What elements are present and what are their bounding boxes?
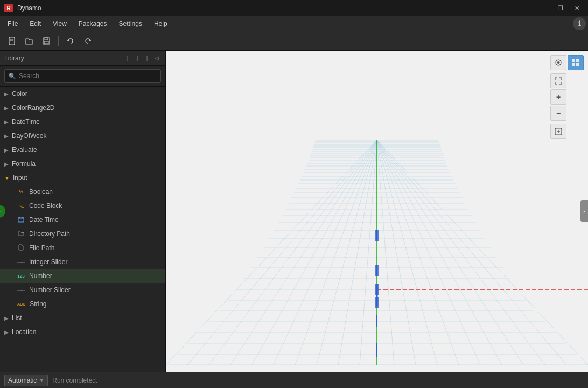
- string-label: String: [30, 300, 46, 308]
- number-icon: 123: [17, 274, 25, 279]
- canvas-toolbar: + −: [550, 55, 584, 139]
- file-path-label: File Path: [29, 244, 54, 252]
- sidebar-sep2[interactable]: |: [133, 54, 142, 63]
- zoom-out-button[interactable]: −: [550, 106, 566, 121]
- sidebar-item-list[interactable]: ▶ List: [0, 311, 165, 325]
- sidebar-item-code-block[interactable]: ⌥ Code Block: [0, 199, 165, 213]
- svg-rect-86: [572, 63, 575, 66]
- number-slider-label: Number Slider: [29, 286, 71, 294]
- directory-path-icon: [17, 230, 25, 238]
- zoom-in-icon: +: [556, 93, 561, 101]
- open-button[interactable]: [22, 34, 37, 48]
- status-bar: Automatic ▼ Run completed.: [0, 372, 588, 388]
- save-button[interactable]: [39, 34, 54, 48]
- library-tree: ▶ Color ▶ ColorRange2D ▶ DateTime ▶ DayO…: [0, 87, 165, 372]
- sidebar-item-directory-path[interactable]: Directory Path: [0, 227, 165, 241]
- right-panel-toggle[interactable]: ›: [580, 200, 588, 222]
- sidebar-item-string[interactable]: ABC String: [0, 297, 165, 311]
- list-arrow: ▶: [4, 315, 9, 321]
- run-mode-dropdown[interactable]: Automatic ▼: [4, 375, 48, 386]
- svg-rect-5: [44, 41, 48, 44]
- sidebar-controls: | | | ◁: [123, 54, 161, 63]
- list-label: List: [12, 314, 22, 322]
- sidebar-item-boolean[interactable]: ½ Boolean: [0, 185, 165, 199]
- svg-rect-9: [22, 217, 23, 218]
- formula-arrow: ▶: [4, 161, 9, 167]
- input-arrow: ▼: [4, 175, 10, 181]
- datetime-label: DateTime: [12, 118, 40, 126]
- menu-packages[interactable]: Packages: [73, 18, 113, 30]
- canvas-extra-buttons: [550, 124, 584, 139]
- grid-view-button[interactable]: [568, 55, 584, 70]
- extra-view-button[interactable]: [550, 124, 566, 139]
- zoom-out-icon: −: [556, 109, 561, 117]
- sidebar-item-date-time[interactable]: Date Time: [0, 213, 165, 227]
- close-button[interactable]: ✕: [570, 3, 584, 13]
- sidebar-item-integer-slider[interactable]: —— Integer Slider: [0, 255, 165, 269]
- boolean-label: Boolean: [29, 188, 53, 196]
- search-container: 🔍: [0, 66, 165, 87]
- sidebar-item-number[interactable]: 123 Number: [0, 269, 165, 283]
- datetime-arrow: ▶: [4, 119, 9, 125]
- svg-rect-85: [576, 59, 579, 62]
- 3d-grid-visualization: [166, 51, 588, 372]
- run-dropdown-arrow: ▼: [39, 377, 44, 383]
- app-icon: R: [4, 4, 13, 12]
- background-view-button[interactable]: [550, 55, 566, 70]
- integer-slider-label: Integer Slider: [29, 258, 67, 266]
- zoom-in-button[interactable]: +: [550, 89, 566, 105]
- sidebar-item-formula[interactable]: ▶ Formula: [0, 157, 165, 171]
- restore-button[interactable]: ❐: [554, 3, 568, 13]
- toolbar-separator-1: [58, 36, 59, 46]
- sidebar-sep1[interactable]: |: [123, 54, 132, 63]
- main-layout: Library | | | ◁ 🔍 ▶ Color ▶ Col: [0, 51, 588, 372]
- menu-help[interactable]: Help: [149, 18, 173, 30]
- date-time-label: Date Time: [29, 216, 59, 224]
- menu-file[interactable]: File: [2, 18, 23, 30]
- sidebar-header: Library | | | ◁: [0, 51, 165, 66]
- sidebar-item-dayofweek[interactable]: ▶ DayOfWeek: [0, 129, 165, 143]
- sidebar-item-datetime[interactable]: ▶ DateTime: [0, 115, 165, 129]
- toolbar: [0, 31, 588, 51]
- number-label: Number: [29, 272, 52, 280]
- location-arrow: ▶: [4, 329, 9, 335]
- sidebar-item-colorrange2d[interactable]: ▶ ColorRange2D: [0, 101, 165, 115]
- integer-slider-icon: ——: [17, 260, 25, 265]
- directory-path-label: Directory Path: [29, 230, 70, 238]
- sidebar-item-file-path[interactable]: File Path: [0, 241, 165, 255]
- sidebar-item-evaluate[interactable]: ▶ Evaluate: [0, 143, 165, 157]
- code-block-label: Code Block: [29, 202, 62, 210]
- redo-button[interactable]: [80, 34, 95, 48]
- evaluate-arrow: ▶: [4, 147, 9, 153]
- undo-button[interactable]: [63, 34, 78, 48]
- sidebar-item-location[interactable]: ▶ Location: [0, 325, 165, 339]
- new-button[interactable]: [4, 34, 19, 48]
- svg-rect-84: [572, 59, 575, 62]
- dayofweek-label: DayOfWeek: [12, 132, 46, 140]
- menu-settings[interactable]: Settings: [114, 18, 148, 30]
- run-mode-label: Automatic: [8, 377, 37, 384]
- dayofweek-arrow: ▶: [4, 133, 9, 139]
- canvas-area[interactable]: Home* ×: [166, 51, 588, 372]
- sidebar-collapse-btn[interactable]: ◁: [152, 54, 161, 63]
- titlebar-left: R Dynamo: [4, 4, 41, 12]
- sidebar-item-input[interactable]: ▼ Input: [0, 171, 165, 185]
- fit-view-button[interactable]: [550, 73, 566, 88]
- sidebar-sep3[interactable]: |: [143, 54, 151, 63]
- sidebar: Library | | | ◁ 🔍 ▶ Color ▶ Col: [0, 51, 166, 372]
- menu-edit[interactable]: Edit: [24, 18, 46, 30]
- sidebar-item-number-slider[interactable]: —— Number Slider: [0, 283, 165, 297]
- string-icon: ABC: [17, 302, 25, 306]
- date-time-icon: [17, 216, 25, 224]
- evaluate-label: Evaluate: [12, 146, 37, 154]
- title-bar: R Dynamo — ❐ ✕: [0, 0, 588, 16]
- sidebar-item-color[interactable]: ▶ Color: [0, 87, 165, 101]
- menu-view[interactable]: View: [47, 18, 72, 30]
- search-wrapper: 🔍: [4, 69, 161, 83]
- search-input[interactable]: [4, 69, 161, 83]
- canvas-zoom-buttons: + −: [550, 73, 584, 121]
- info-button[interactable]: ℹ: [573, 17, 586, 30]
- svg-rect-6: [18, 217, 24, 222]
- colorrange2d-label: ColorRange2D: [12, 104, 54, 112]
- minimize-button[interactable]: —: [537, 3, 551, 13]
